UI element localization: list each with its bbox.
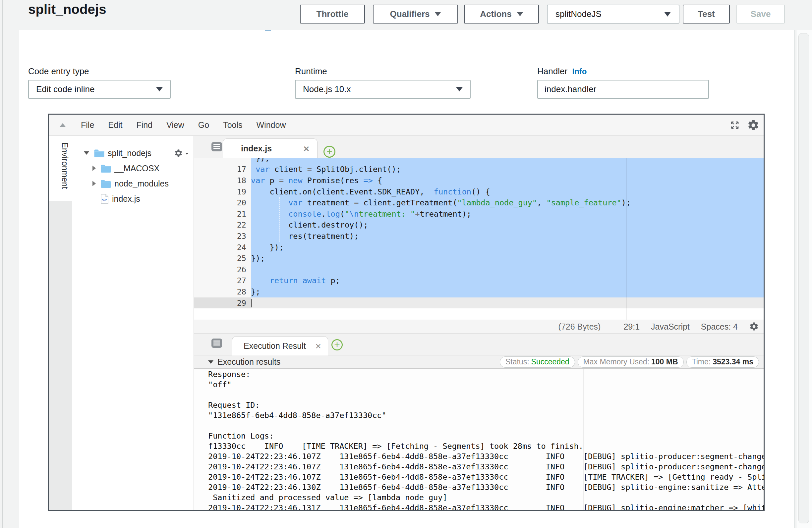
tab-list-icon[interactable] <box>212 339 222 348</box>
code-line[interactable]: }); <box>194 158 764 164</box>
code-line-28[interactable]: 28}; <box>194 286 764 297</box>
line-number: 27 <box>194 275 251 287</box>
runtime-label: Runtime <box>295 66 327 76</box>
close-icon[interactable]: × <box>315 341 321 351</box>
code-text: }; <box>251 286 764 297</box>
runtime-select[interactable]: Node.js 10.x <box>295 80 470 99</box>
menu-find[interactable]: Find <box>136 120 153 130</box>
code-text: client.destroy(); <box>251 220 764 231</box>
language-mode[interactable]: JavaScript <box>651 322 690 332</box>
tab-list-icon[interactable] <box>212 142 222 151</box>
line-number <box>194 158 251 164</box>
code-text: }); <box>251 158 764 164</box>
result-badges: Status:SucceededMax Memory Used:100 MBTi… <box>500 356 759 368</box>
line-number: 24 <box>194 242 251 253</box>
chevron-down-icon <box>517 12 523 16</box>
gear-icon[interactable] <box>747 119 760 132</box>
code-line-19[interactable]: 19 client.on(client.Event.SDK_READY, fun… <box>194 186 764 197</box>
badge-label: Max Memory Used: <box>583 357 649 366</box>
save-button[interactable]: Save <box>737 5 785 24</box>
collapse-results-icon[interactable] <box>208 361 214 364</box>
code-entry-type-select[interactable]: Edit code inline <box>28 80 171 99</box>
tree-item-index-js[interactable]: <>index.js <box>72 191 193 206</box>
chevron-down-icon <box>435 12 441 16</box>
folder-icon <box>94 149 104 158</box>
ide-menubar: FileEditFindViewGoToolsWindow <box>49 115 764 136</box>
line-number: 28 <box>194 286 251 297</box>
badge-value: 100 MB <box>651 357 678 366</box>
code-text: console.log("\ntreatment: "+treatment); <box>251 208 764 220</box>
add-tab-icon[interactable]: + <box>323 146 335 158</box>
folder-icon <box>100 179 111 188</box>
tree-item-node-modules[interactable]: node_modules <box>72 176 193 191</box>
execution-log-text: Response: "off" Request ID: "131e865f-6e… <box>208 369 764 510</box>
code-text: var treatment = client.getTreatment("lam… <box>251 197 764 208</box>
tab-indexjs[interactable]: index.js × <box>223 138 318 158</box>
tree-item-label: split_nodejs <box>108 148 151 158</box>
code-text: }); <box>251 242 764 253</box>
tree-item--macosx[interactable]: __MACOSX <box>72 161 193 176</box>
button-label: Throttle <box>317 9 349 19</box>
line-number: 25 <box>194 253 251 264</box>
code-line-25[interactable]: 25}); <box>194 253 764 264</box>
indent-setting[interactable]: Spaces: 4 <box>701 322 738 332</box>
line-number: 26 <box>194 264 251 275</box>
code-line-29[interactable]: 29 <box>194 297 764 309</box>
editor-settings-gear-icon[interactable] <box>749 322 759 332</box>
indent-guide <box>279 197 280 242</box>
code-line-17[interactable]: 17 var client = SplitObj.client(); <box>194 164 764 175</box>
tree-settings-gear-icon[interactable] <box>174 149 183 160</box>
line-number: 18 <box>194 175 251 186</box>
menu-edit[interactable]: Edit <box>108 120 122 130</box>
tree-caret-icon[interactable] <box>92 166 96 171</box>
file-size: (726 Bytes) <box>559 322 601 332</box>
line-number: 17 <box>194 164 251 175</box>
chevron-down-icon[interactable] <box>185 153 189 155</box>
code-text: var client = SplitObj.client(); <box>251 164 764 175</box>
fullscreen-icon[interactable] <box>730 120 740 130</box>
cursor-position[interactable]: 29:1 <box>623 322 640 332</box>
handler-input[interactable] <box>537 80 709 99</box>
qualifiers-button[interactable]: Qualifiers <box>373 5 458 24</box>
tree-caret-icon[interactable] <box>84 151 89 155</box>
code-line-26[interactable]: 26 <box>194 264 764 275</box>
execution-results-title: Execution results <box>217 357 280 367</box>
menu-file[interactable]: File <box>81 120 94 130</box>
menu-window[interactable]: Window <box>257 120 286 130</box>
environment-tab-label: Environment <box>50 143 70 209</box>
button-label: Qualifiers <box>390 9 430 19</box>
test-button[interactable]: Test <box>683 5 730 24</box>
handler-info-link[interactable]: Info <box>572 67 587 76</box>
code-line-18[interactable]: 18var p = new Promise(res => { <box>194 175 764 186</box>
close-icon[interactable]: × <box>303 144 309 154</box>
log-print-margin-ruler <box>583 369 584 510</box>
button-label: Actions <box>480 9 511 19</box>
clipped-heading: Function code <box>47 30 253 32</box>
tree-caret-icon[interactable] <box>92 181 96 186</box>
page-scrollbar-thumb[interactable] <box>798 33 809 523</box>
throttle-button[interactable]: Throttle <box>300 5 365 24</box>
test-event-select[interactable]: splitNodeJS <box>547 5 679 24</box>
editor-statusbar: (726 Bytes) 29:1 JavaScript Spaces: 4 <box>194 320 764 334</box>
code-text: }); <box>251 253 764 264</box>
code-line-27[interactable]: 27 return await p; <box>194 275 764 287</box>
tree-item-split-nodejs[interactable]: split_nodejs <box>72 145 193 161</box>
execution-results-header: Execution results Status:SucceededMax Me… <box>194 355 764 369</box>
menu-tools[interactable]: Tools <box>223 120 242 130</box>
badge-max-memory-used-: Max Memory Used:100 MB <box>578 356 684 368</box>
code-text <box>251 264 764 275</box>
chevron-down-icon <box>156 87 163 91</box>
page-title: split_nodejs <box>28 2 106 17</box>
menu-view[interactable]: View <box>166 120 184 130</box>
badge-value: Succeeded <box>531 357 569 366</box>
actions-button[interactable]: Actions <box>464 5 539 24</box>
menu-go[interactable]: Go <box>198 120 209 130</box>
code-line-24[interactable]: 24 }); <box>194 242 764 253</box>
code-text <box>251 297 764 309</box>
menu-items: FileEditFindViewGoToolsWindow <box>81 120 286 130</box>
collapse-triangle-icon[interactable] <box>60 123 66 127</box>
add-tab-icon[interactable]: + <box>331 339 343 350</box>
tree-item-label: node_modules <box>114 179 169 189</box>
tab-execution-result[interactable]: Execution Result × <box>232 336 328 355</box>
statusbar-divider <box>547 320 547 334</box>
